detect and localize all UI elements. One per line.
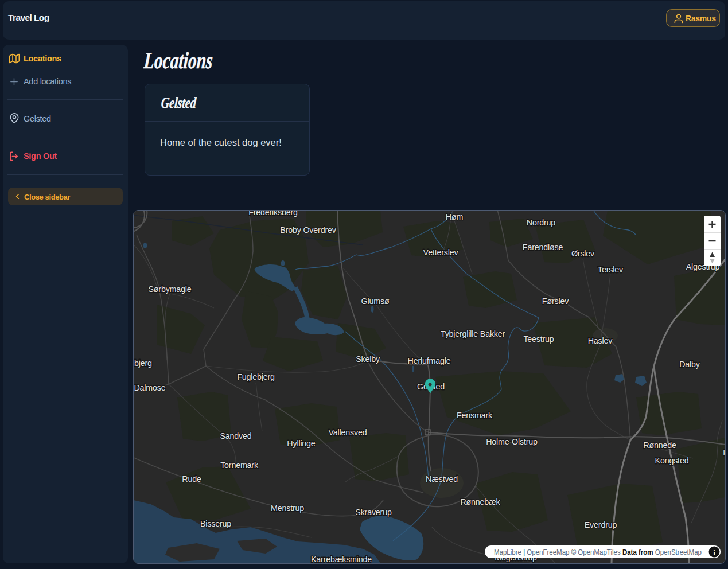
svg-text:Kongsted: Kongsted bbox=[655, 456, 689, 465]
svg-text:Næstved: Næstved bbox=[426, 474, 458, 484]
svg-text:Flakkebjerg: Flakkebjerg bbox=[134, 358, 152, 368]
svg-text:Rude: Rude bbox=[182, 474, 201, 484]
svg-text:Terslev: Terslev bbox=[598, 265, 624, 274]
svg-text:Førslev: Førslev bbox=[542, 297, 569, 306]
svg-text:Dalmose: Dalmose bbox=[134, 383, 165, 392]
svg-text:Frederiksberg: Frederiksberg bbox=[248, 211, 298, 217]
svg-text:Sandved: Sandved bbox=[220, 431, 251, 441]
svg-text:Hyllinge: Hyllinge bbox=[287, 439, 316, 448]
svg-text:Dalby: Dalby bbox=[679, 360, 700, 369]
svg-text:Fensmark: Fensmark bbox=[457, 411, 493, 420]
svg-text:Rønnede: Rønnede bbox=[643, 441, 676, 450]
svg-text:Glumsø: Glumsø bbox=[361, 297, 390, 306]
svg-text:Everdrup: Everdrup bbox=[585, 520, 617, 529]
svg-text:Bisserup: Bisserup bbox=[200, 519, 231, 528]
svg-text:Rønnebæk: Rønnebæk bbox=[460, 497, 500, 506]
svg-text:Fuglebjerg: Fuglebjerg bbox=[237, 372, 275, 381]
svg-text:Nordrup: Nordrup bbox=[527, 218, 556, 227]
svg-text:Præstø: Præstø bbox=[723, 448, 725, 457]
svg-text:MapLibre | OpenFreeMap © OpenM: MapLibre | OpenFreeMap © OpenMapTiles Da… bbox=[494, 548, 702, 556]
svg-text:Vetterslev: Vetterslev bbox=[423, 248, 459, 257]
svg-text:Karrebæksminde: Karrebæksminde bbox=[311, 555, 372, 563]
svg-text:Haslev: Haslev bbox=[588, 336, 613, 345]
svg-text:i: i bbox=[713, 548, 715, 557]
svg-text:Skelby: Skelby bbox=[356, 354, 380, 364]
svg-text:Broby Overdrev: Broby Overdrev bbox=[280, 225, 336, 235]
svg-text:Sørbymagle: Sørbymagle bbox=[148, 284, 191, 294]
svg-text:Farendløse: Farendløse bbox=[523, 243, 563, 252]
svg-text:Vallensved: Vallensved bbox=[329, 428, 367, 437]
svg-text:Tornemark: Tornemark bbox=[220, 461, 259, 470]
svg-text:Ørslev: Ørslev bbox=[571, 249, 595, 258]
svg-text:Holme-Olstrup: Holme-Olstrup bbox=[486, 437, 538, 446]
svg-text:Skraverup: Skraverup bbox=[355, 508, 392, 517]
svg-text:Herlufmagle: Herlufmagle bbox=[408, 356, 451, 365]
svg-text:Menstrup: Menstrup bbox=[271, 504, 304, 513]
svg-text:Høm: Høm bbox=[446, 212, 463, 221]
svg-text:Tybjerglille Bakker: Tybjerglille Bakker bbox=[441, 329, 505, 338]
svg-text:Teestrup: Teestrup bbox=[523, 334, 554, 344]
